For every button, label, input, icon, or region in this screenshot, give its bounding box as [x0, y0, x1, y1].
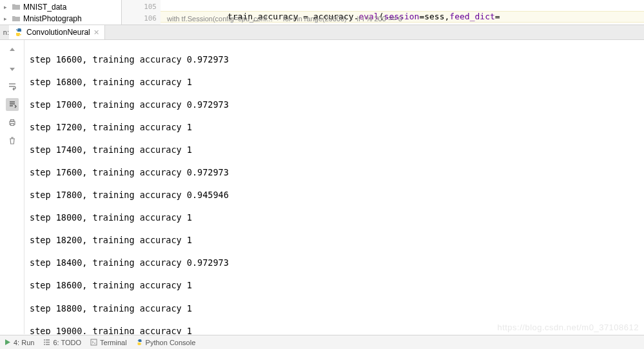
console-line: step 17800, training accuracy 0.945946 [30, 190, 229, 200]
up-arrow-icon[interactable] [6, 44, 19, 57]
chevron-right-icon: › [277, 15, 279, 23]
toolwindow-label: Python Console [146, 339, 196, 346]
toolwindow-python-console[interactable]: Python Console [136, 339, 196, 346]
top-row: ▸ MNIST_data ▸ MnistPhotograph 105 106 t… [0, 0, 644, 25]
console-line: step 17000, training accuracy 0.972973 [30, 99, 229, 110]
console-line: step 18000, training accuracy 1 [30, 212, 192, 223]
svg-point-1 [19, 35, 20, 35]
editor-area[interactable]: 105 106 train_accuracy = accuracy.eval(s… [122, 0, 644, 25]
play-icon [4, 339, 11, 346]
editor-gutter: 105 [122, 0, 161, 13]
toolwindow-run[interactable]: 4: Run [4, 339, 34, 346]
console-line: step 18600, training accuracy 1 [30, 280, 192, 290]
console-line: step 17600, training accuracy 0.972973 [30, 167, 229, 177]
python-icon [136, 339, 143, 346]
toolwindow-label: 4: Run [14, 339, 34, 346]
tree-item-mnist-data[interactable]: ▸ MNIST_data [0, 1, 121, 13]
svg-rect-3 [10, 120, 14, 122]
line-number: 105 [144, 3, 157, 11]
line-number: 106 [144, 14, 157, 23]
console-line: step 17200, training accuracy 1 [30, 122, 192, 132]
project-tree: ▸ MNIST_data ▸ MnistPhotograph [0, 0, 122, 25]
tree-item-mnist-photograph[interactable]: ▸ MnistPhotograph [0, 13, 121, 25]
chevron-right-icon: › [351, 15, 353, 23]
console-output[interactable]: step 16600, training accuracy 0.972973 s… [24, 40, 644, 334]
folder-icon [12, 14, 21, 23]
editor-gutter: 106 [122, 12, 161, 25]
toolwindow-todo[interactable]: 6: TODO [43, 339, 81, 346]
trash-icon[interactable] [6, 134, 19, 147]
toolwindow-label: 6: TODO [53, 339, 81, 346]
scroll-to-end-icon[interactable] [6, 98, 19, 111]
breadcrumb-segment[interactable]: with tf.Session(config=cpu_conf... [167, 15, 273, 23]
svg-point-0 [17, 29, 18, 30]
editor-breadcrumb: with tf.Session(config=cpu_conf... › for… [167, 13, 402, 25]
console-line: step 18200, training accuracy 1 [30, 235, 192, 245]
folder-icon [12, 3, 21, 12]
svg-rect-4 [10, 124, 14, 126]
console-line: step 16600, training accuracy 0.972973 [30, 54, 229, 65]
chevron-right-icon: ▸ [4, 15, 9, 22]
down-arrow-icon[interactable] [6, 62, 19, 75]
console-line: step 18400, training accuracy 0.972973 [30, 257, 229, 268]
console-gutter [0, 40, 24, 334]
breadcrumb-segment[interactable]: for i in range(20000) [283, 15, 347, 23]
chevron-right-icon: ▸ [4, 4, 9, 10]
print-icon[interactable] [6, 116, 19, 129]
console-line: step 18800, training accuracy 1 [30, 303, 192, 314]
run-tab-label: ConvolutionNeural [26, 28, 90, 37]
toolwindow-terminal[interactable]: Terminal [90, 339, 127, 346]
run-tab-convolutionneural[interactable]: ConvolutionNeural ✕ [9, 25, 105, 39]
soft-wrap-icon[interactable] [6, 80, 19, 93]
list-icon [43, 339, 50, 346]
tree-item-label: MnistPhotograph [23, 14, 82, 23]
python-icon [14, 28, 23, 37]
toolwindow-label: Terminal [100, 339, 127, 346]
console-line: step 19000, training accuracy 1 [30, 326, 192, 334]
run-label-prefix: n: [0, 28, 9, 36]
terminal-icon [90, 339, 97, 346]
console-line: step 17400, training accuracy 1 [30, 145, 192, 155]
breadcrumb-segment[interactable]: if i % 200 == 0 [357, 15, 402, 23]
console-line: step 16800, training accuracy 1 [30, 77, 192, 87]
tree-item-label: MNIST_data [23, 3, 66, 12]
close-icon[interactable]: ✕ [93, 28, 99, 37]
bottom-tool-bar: 4: Run 6: TODO Terminal Python Console [0, 335, 644, 349]
console-row: step 16600, training accuracy 0.972973 s… [0, 40, 644, 334]
run-tool-tab-row: n: ConvolutionNeural ✕ [0, 25, 644, 40]
